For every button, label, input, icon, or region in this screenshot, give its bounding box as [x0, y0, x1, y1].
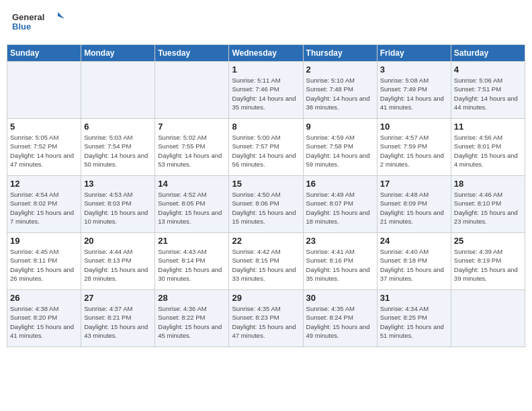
day-number: 6: [84, 122, 152, 132]
day-info: Sunrise: 5:11 AM Sunset: 7:46 PM Dayligh…: [232, 76, 300, 111]
day-number: 23: [306, 236, 374, 246]
day-info: Sunrise: 4:52 AM Sunset: 8:05 PM Dayligh…: [158, 190, 226, 226]
day-info: Sunrise: 4:56 AM Sunset: 8:01 PM Dayligh…: [454, 133, 522, 169]
calendar-cell: 2Sunrise: 5:10 AM Sunset: 7:48 PM Daylig…: [303, 62, 377, 119]
day-info: Sunrise: 5:06 AM Sunset: 7:51 PM Dayligh…: [454, 76, 522, 111]
calendar-week-row: 19Sunrise: 4:45 AM Sunset: 8:11 PM Dayli…: [7, 233, 525, 290]
day-info: Sunrise: 5:08 AM Sunset: 7:49 PM Dayligh…: [380, 76, 448, 111]
day-number: 24: [380, 236, 448, 246]
calendar-cell: 5Sunrise: 5:05 AM Sunset: 7:52 PM Daylig…: [7, 119, 81, 176]
day-number: 27: [84, 293, 152, 303]
day-number: 8: [232, 122, 300, 132]
day-number: 12: [10, 179, 78, 189]
calendar-cell: 19Sunrise: 4:45 AM Sunset: 8:11 PM Dayli…: [7, 233, 81, 290]
svg-text:Blue: Blue: [12, 21, 31, 32]
calendar-cell: 12Sunrise: 4:54 AM Sunset: 8:02 PM Dayli…: [7, 176, 81, 233]
calendar-cell: 25Sunrise: 4:39 AM Sunset: 8:19 PM Dayli…: [451, 233, 525, 290]
day-info: Sunrise: 5:10 AM Sunset: 7:48 PM Dayligh…: [306, 76, 374, 111]
day-info: Sunrise: 4:49 AM Sunset: 8:07 PM Dayligh…: [306, 190, 374, 226]
day-number: 19: [10, 236, 78, 246]
day-number: 26: [10, 293, 78, 303]
day-number: 22: [232, 236, 300, 246]
calendar-header-row: SundayMondayTuesdayWednesdayThursdayFrid…: [7, 45, 525, 62]
day-info: Sunrise: 4:41 AM Sunset: 8:16 PM Dayligh…: [306, 247, 374, 283]
calendar-cell: 31Sunrise: 4:34 AM Sunset: 8:25 PM Dayli…: [377, 290, 451, 347]
day-info: Sunrise: 4:53 AM Sunset: 8:03 PM Dayligh…: [84, 190, 152, 226]
day-number: 25: [454, 236, 522, 246]
calendar-cell: 17Sunrise: 4:48 AM Sunset: 8:09 PM Dayli…: [377, 176, 451, 233]
calendar-cell: 24Sunrise: 4:40 AM Sunset: 8:18 PM Dayli…: [377, 233, 451, 290]
calendar-cell: 7Sunrise: 5:02 AM Sunset: 7:55 PM Daylig…: [155, 119, 229, 176]
day-number: 2: [306, 64, 374, 75]
day-number: 17: [380, 179, 448, 189]
calendar-cell: 1Sunrise: 5:11 AM Sunset: 7:46 PM Daylig…: [229, 62, 303, 119]
calendar-cell: 8Sunrise: 5:00 AM Sunset: 7:57 PM Daylig…: [229, 119, 303, 176]
day-info: Sunrise: 4:59 AM Sunset: 7:58 PM Dayligh…: [306, 133, 374, 169]
calendar-cell: [81, 62, 155, 119]
day-info: Sunrise: 5:03 AM Sunset: 7:54 PM Dayligh…: [84, 133, 152, 169]
calendar-cell: 10Sunrise: 4:57 AM Sunset: 7:59 PM Dayli…: [377, 119, 451, 176]
calendar-week-row: 5Sunrise: 5:05 AM Sunset: 7:52 PM Daylig…: [7, 119, 525, 176]
col-header-friday: Friday: [377, 45, 451, 62]
day-info: Sunrise: 4:35 AM Sunset: 8:23 PM Dayligh…: [232, 304, 300, 340]
day-info: Sunrise: 4:40 AM Sunset: 8:18 PM Dayligh…: [380, 247, 448, 283]
calendar-cell: 23Sunrise: 4:41 AM Sunset: 8:16 PM Dayli…: [303, 233, 377, 290]
day-info: Sunrise: 4:38 AM Sunset: 8:20 PM Dayligh…: [10, 304, 78, 340]
calendar-cell: 29Sunrise: 4:35 AM Sunset: 8:23 PM Dayli…: [229, 290, 303, 347]
calendar-cell: 6Sunrise: 5:03 AM Sunset: 7:54 PM Daylig…: [81, 119, 155, 176]
calendar-cell: 13Sunrise: 4:53 AM Sunset: 8:03 PM Dayli…: [81, 176, 155, 233]
day-number: 30: [306, 293, 374, 303]
calendar-week-row: 1Sunrise: 5:11 AM Sunset: 7:46 PM Daylig…: [7, 62, 525, 119]
logo-svg: General Blue: [12, 9, 66, 36]
calendar-cell: 11Sunrise: 4:56 AM Sunset: 8:01 PM Dayli…: [451, 119, 525, 176]
calendar-cell: 14Sunrise: 4:52 AM Sunset: 8:05 PM Dayli…: [155, 176, 229, 233]
calendar-cell: 16Sunrise: 4:49 AM Sunset: 8:07 PM Dayli…: [303, 176, 377, 233]
calendar-cell: [7, 62, 81, 119]
calendar-week-row: 26Sunrise: 4:38 AM Sunset: 8:20 PM Dayli…: [7, 290, 525, 347]
day-info: Sunrise: 5:05 AM Sunset: 7:52 PM Dayligh…: [10, 133, 78, 169]
day-info: Sunrise: 4:48 AM Sunset: 8:09 PM Dayligh…: [380, 190, 448, 226]
day-info: Sunrise: 4:39 AM Sunset: 8:19 PM Dayligh…: [454, 247, 522, 283]
calendar-cell: 9Sunrise: 4:59 AM Sunset: 7:58 PM Daylig…: [303, 119, 377, 176]
day-number: 7: [158, 122, 226, 132]
day-info: Sunrise: 4:44 AM Sunset: 8:13 PM Dayligh…: [84, 247, 152, 283]
day-number: 14: [158, 179, 226, 189]
calendar-cell: 21Sunrise: 4:43 AM Sunset: 8:14 PM Dayli…: [155, 233, 229, 290]
calendar-cell: 4Sunrise: 5:06 AM Sunset: 7:51 PM Daylig…: [451, 62, 525, 119]
day-info: Sunrise: 4:37 AM Sunset: 8:21 PM Dayligh…: [84, 304, 152, 340]
col-header-tuesday: Tuesday: [155, 45, 229, 62]
col-header-thursday: Thursday: [303, 45, 377, 62]
calendar-cell: 22Sunrise: 4:42 AM Sunset: 8:15 PM Dayli…: [229, 233, 303, 290]
svg-text:General: General: [12, 12, 44, 22]
day-number: 18: [454, 179, 522, 189]
day-number: 13: [84, 179, 152, 189]
svg-marker-2: [58, 12, 64, 19]
day-number: 20: [84, 236, 152, 246]
page-header: General Blue: [7, 7, 525, 39]
day-info: Sunrise: 4:42 AM Sunset: 8:15 PM Dayligh…: [232, 247, 300, 283]
day-info: Sunrise: 4:57 AM Sunset: 7:59 PM Dayligh…: [380, 133, 448, 169]
calendar-cell: 15Sunrise: 4:50 AM Sunset: 8:06 PM Dayli…: [229, 176, 303, 233]
calendar-cell: 26Sunrise: 4:38 AM Sunset: 8:20 PM Dayli…: [7, 290, 81, 347]
col-header-monday: Monday: [81, 45, 155, 62]
day-info: Sunrise: 4:34 AM Sunset: 8:25 PM Dayligh…: [380, 304, 448, 340]
day-number: 9: [306, 122, 374, 132]
calendar-table: SundayMondayTuesdayWednesdayThursdayFrid…: [7, 44, 525, 347]
day-number: 29: [232, 293, 300, 303]
day-number: 4: [454, 64, 522, 75]
day-info: Sunrise: 4:54 AM Sunset: 8:02 PM Dayligh…: [10, 190, 78, 226]
calendar-cell: 27Sunrise: 4:37 AM Sunset: 8:21 PM Dayli…: [81, 290, 155, 347]
day-info: Sunrise: 4:45 AM Sunset: 8:11 PM Dayligh…: [10, 247, 78, 283]
day-number: 1: [232, 64, 300, 75]
calendar-cell: 20Sunrise: 4:44 AM Sunset: 8:13 PM Dayli…: [81, 233, 155, 290]
day-number: 31: [380, 293, 448, 303]
day-number: 16: [306, 179, 374, 189]
logo: General Blue: [12, 9, 66, 36]
calendar-cell: [155, 62, 229, 119]
day-number: 10: [380, 122, 448, 132]
day-number: 5: [10, 122, 78, 132]
day-number: 3: [380, 64, 448, 75]
day-info: Sunrise: 5:02 AM Sunset: 7:55 PM Dayligh…: [158, 133, 226, 169]
col-header-sunday: Sunday: [7, 45, 81, 62]
day-info: Sunrise: 4:36 AM Sunset: 8:22 PM Dayligh…: [158, 304, 226, 340]
